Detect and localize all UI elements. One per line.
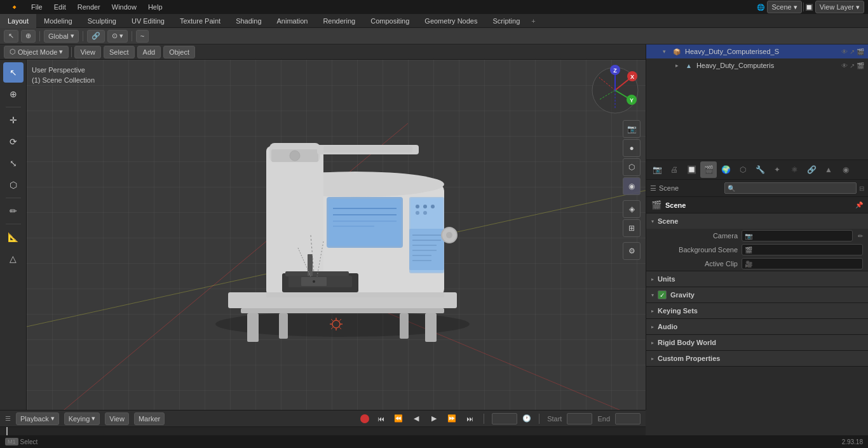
camera-value[interactable]: 📷: [742, 230, 853, 241]
tool-transform[interactable]: ⬡: [3, 175, 24, 195]
tool-move[interactable]: ✛: [3, 110, 24, 130]
snap-toggle[interactable]: 🔗: [87, 30, 105, 43]
prop-viewlayer-icon[interactable]: 🔲: [683, 161, 700, 178]
outliner-visibility-1[interactable]: 👁: [841, 48, 848, 55]
properties-options[interactable]: ⊟: [859, 185, 864, 192]
tool-scale[interactable]: ⤡: [3, 153, 24, 173]
object-mode-selector[interactable]: ⬡ Object Mode ▾: [4, 46, 69, 58]
rigid-body-header[interactable]: ▸ Rigid Body World: [646, 335, 868, 350]
edit-menu[interactable]: Edit: [49, 2, 71, 12]
select-tool[interactable]: ↖: [4, 30, 18, 43]
keying-sets-header[interactable]: ▸ Keying Sets: [646, 303, 868, 318]
playback-menu[interactable]: Playback ▾: [16, 412, 59, 425]
tab-rendering[interactable]: Rendering: [315, 14, 363, 28]
extra-options[interactable]: ~: [136, 30, 149, 43]
prop-constraints-icon[interactable]: 🔗: [803, 161, 820, 178]
prop-particles-icon[interactable]: ✦: [769, 161, 785, 178]
prop-data-icon[interactable]: ▲: [820, 161, 837, 178]
tab-geometry-nodes[interactable]: Geometry Nodes: [417, 14, 485, 28]
marker-menu[interactable]: Marker: [134, 412, 165, 425]
scene-section-header[interactable]: ▾ Scene: [646, 214, 868, 229]
transform-orientation[interactable]: Global ▾: [44, 30, 79, 43]
bg-scene-value[interactable]: 🎬: [742, 244, 863, 255]
tab-layout[interactable]: Layout: [0, 14, 36, 28]
proportional-edit[interactable]: ⊙ ▾: [107, 30, 128, 43]
active-clip-value[interactable]: 🎥: [742, 258, 863, 269]
viewport-3d[interactable]: User Perspective (1) Scene Collection X …: [27, 60, 646, 410]
tab-texture-paint[interactable]: Texture Paint: [172, 14, 228, 28]
outliner-expand-1[interactable]: ▾: [663, 48, 670, 55]
timeline-view-menu[interactable]: View: [105, 412, 129, 425]
add-tab-button[interactable]: +: [527, 16, 539, 26]
tool-add[interactable]: △: [3, 248, 24, 269]
tool-measure[interactable]: 📐: [3, 227, 24, 247]
start-frame-field[interactable]: 1: [567, 413, 592, 424]
prop-object-icon[interactable]: ⬡: [735, 161, 751, 178]
record-button[interactable]: [360, 414, 369, 423]
audio-header[interactable]: ▸ Audio: [646, 319, 868, 334]
outliner-expand-2[interactable]: ▸: [675, 62, 683, 69]
custom-props-header[interactable]: ▸ Custom Properties: [646, 351, 868, 366]
tab-modeling[interactable]: Modeling: [36, 14, 80, 28]
current-frame-field[interactable]: 1: [492, 413, 517, 424]
tool-cursor[interactable]: ⊕: [3, 84, 24, 104]
outliner-heavy-duty-mesh[interactable]: ▸ ▲ Heavy_Duty_Computeris 👁 ↗ 🎬: [646, 58, 868, 72]
tab-shading[interactable]: Shading: [228, 14, 269, 28]
units-header[interactable]: ▸ Units: [646, 271, 868, 287]
tab-scripting[interactable]: Scripting: [485, 14, 527, 28]
camera-eyedropper[interactable]: ✏: [858, 233, 863, 240]
cursor-tool[interactable]: ⊕: [21, 30, 36, 43]
play-button[interactable]: ▶: [428, 412, 440, 425]
props-editor-icon[interactable]: ☰: [650, 184, 656, 193]
view-menu[interactable]: View: [74, 46, 101, 58]
prop-physics-icon[interactable]: ⚛: [786, 161, 803, 178]
viewport-gizmo-icon[interactable]: ⊞: [623, 219, 641, 237]
tab-animation[interactable]: Animation: [269, 14, 316, 28]
viewport-overlays-icon[interactable]: ◈: [623, 200, 641, 218]
tool-annotate[interactable]: ✏: [3, 201, 24, 221]
tool-select[interactable]: ↖: [3, 62, 24, 83]
frame-clock-icon[interactable]: 🕐: [522, 414, 531, 423]
object-menu[interactable]: Object: [163, 46, 195, 58]
prop-output-icon[interactable]: 🖨: [666, 161, 682, 178]
step-forward-button[interactable]: ⏩: [445, 412, 458, 425]
view-layer-selector[interactable]: View Layer ▾: [815, 1, 864, 13]
blender-menu[interactable]: 🔸: [4, 1, 25, 13]
prop-scene-icon[interactable]: 🎬: [700, 161, 717, 178]
prop-modifiers-icon[interactable]: 🔧: [752, 161, 768, 178]
step-back-button[interactable]: ⏪: [392, 412, 405, 425]
scene-selector[interactable]: Scene ▾: [767, 1, 801, 13]
viewport-solid-icon[interactable]: ◉: [623, 177, 641, 195]
viewport-options-icon[interactable]: ⚙: [623, 242, 641, 260]
viewport-material-icon[interactable]: ●: [623, 139, 641, 157]
render-menu[interactable]: Render: [72, 2, 105, 12]
outliner-select-1[interactable]: ↗: [850, 48, 855, 55]
tab-uv-editing[interactable]: UV Editing: [124, 14, 172, 28]
help-menu[interactable]: Help: [143, 2, 168, 12]
viewport-camera-icon[interactable]: 📷: [623, 120, 641, 138]
outliner-render-1[interactable]: 🎬: [857, 48, 864, 55]
jump-end-button[interactable]: ⏭: [463, 412, 476, 425]
outliner-heavy-duty-collection[interactable]: ▾ 📦 Heavy_Duty_Computerised_S 👁 ↗ 🎬: [646, 44, 868, 58]
prop-world-icon[interactable]: 🌍: [717, 161, 734, 178]
timeline-editor-icon[interactable]: ☰: [5, 415, 11, 422]
window-menu[interactable]: Window: [107, 2, 142, 12]
add-menu[interactable]: Add: [137, 46, 161, 58]
play-back-button[interactable]: ◀: [410, 412, 423, 425]
prop-material-icon[interactable]: ◉: [837, 161, 854, 178]
navigation-gizmo[interactable]: X Y Z: [590, 65, 641, 116]
end-frame-field[interactable]: 250: [615, 413, 641, 424]
tab-sculpting[interactable]: Sculpting: [80, 14, 124, 28]
properties-search[interactable]: [724, 182, 857, 194]
prop-render-icon[interactable]: 📷: [649, 161, 665, 178]
select-menu[interactable]: Select: [104, 46, 135, 58]
tool-rotate[interactable]: ⟳: [3, 132, 24, 152]
outliner-select-2[interactable]: ↗: [850, 62, 855, 69]
gravity-header[interactable]: ▾ ✓ Gravity: [646, 287, 868, 302]
gravity-checkbox[interactable]: ✓: [658, 290, 667, 299]
tab-compositing[interactable]: Compositing: [363, 14, 417, 28]
outliner-visibility-2[interactable]: 👁: [841, 62, 848, 69]
jump-start-button[interactable]: ⏮: [374, 412, 387, 425]
viewport-wireframe-icon[interactable]: ⬡: [623, 158, 641, 176]
keying-menu[interactable]: Keying ▾: [64, 412, 100, 425]
